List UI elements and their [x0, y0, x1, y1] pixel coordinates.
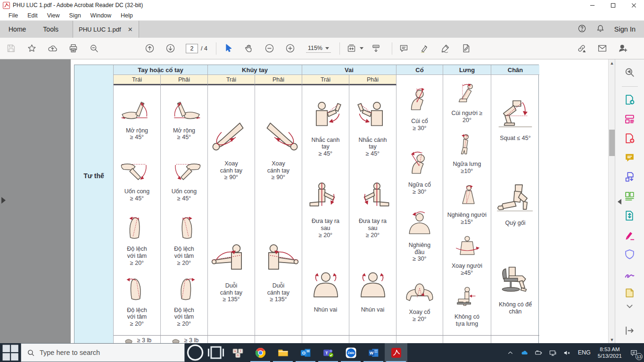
- action-center-button[interactable]: 13: [628, 347, 639, 358]
- expand-left-panel-icon[interactable]: [1, 197, 6, 204]
- fill-and-sign-icon[interactable]: [624, 267, 636, 280]
- tab-document[interactable]: PHU LUC 1.pdf ✕: [73, 21, 139, 38]
- taskbar-app-unikey[interactable]: uin: [226, 343, 249, 362]
- close-tab-icon[interactable]: ✕: [128, 26, 133, 33]
- document-area: Tư thếTay hoặc cổ tayKhủy tayVaiCổLưngCh…: [0, 59, 644, 343]
- hand-tool-icon[interactable]: [244, 43, 254, 54]
- menu-item-view[interactable]: View: [42, 12, 65, 19]
- scroll-up-icon[interactable]: ▲: [609, 59, 615, 66]
- fill-sign-icon[interactable]: [461, 43, 471, 54]
- select-tool-icon[interactable]: [223, 43, 233, 54]
- posture-caption: Mở rộng ≥ 45°: [173, 127, 195, 141]
- no-footrest-illustration: [495, 265, 535, 300]
- squat-illustration: [495, 99, 535, 133]
- export-pdf-icon[interactable]: [624, 93, 636, 106]
- open-tools-pane-icon[interactable]: [624, 324, 636, 337]
- find-tool-icon[interactable]: [624, 66, 636, 78]
- taskbar-search-input[interactable]: Type here to search: [21, 343, 185, 362]
- sub-header-cell: Trái: [302, 75, 349, 85]
- menu-item-file[interactable]: File: [4, 12, 23, 19]
- posture-column-vai-phai: Nhắc cánh tay ≥ 45°Đưa tay ra sau ≥ 20°N…: [349, 85, 396, 336]
- edit-pdf-icon[interactable]: [624, 113, 636, 125]
- menu-item-edit[interactable]: Edit: [23, 12, 42, 19]
- onedrive-icon[interactable]: [520, 349, 528, 357]
- posture-cell: Mở rộng ≥ 45°: [162, 88, 206, 149]
- posture-caption: Duỗi cánh tay ≥ 135°: [220, 282, 242, 303]
- zoom-out-icon[interactable]: [264, 43, 275, 54]
- help-icon[interactable]: [578, 24, 586, 35]
- posture-caption: Duỗi cánh tay ≥ 135°: [267, 282, 289, 303]
- create-pdf-icon[interactable]: [624, 132, 636, 144]
- taskbar-app-outlook[interactable]: O: [294, 343, 317, 362]
- taskbar-app-acrobat[interactable]: [385, 343, 407, 362]
- language-indicator[interactable]: ENG: [577, 349, 592, 356]
- notifications-bell-icon[interactable]: [596, 24, 605, 35]
- protect-icon[interactable]: [624, 248, 636, 260]
- highlight-icon[interactable]: [420, 43, 430, 54]
- zoom-level-dropdown[interactable]: 115%: [306, 44, 331, 53]
- taskbar-app-teams[interactable]: T: [317, 343, 339, 362]
- scrollbar-thumb[interactable]: [609, 130, 615, 156]
- combine-files-icon[interactable]: [624, 171, 636, 183]
- taskbar-app-word[interactable]: W: [362, 343, 385, 362]
- task-view-button[interactable]: [206, 343, 226, 362]
- redact-icon[interactable]: [624, 229, 636, 241]
- posture-cell: Xoay người ≥45°: [444, 230, 490, 281]
- invite-person-icon[interactable]: [618, 43, 628, 54]
- clock[interactable]: 8:53 AM 5/13/2021: [598, 346, 622, 360]
- column-group-header: Tay hoặc cổ tay: [114, 65, 208, 75]
- posture-caption: Không có để chân: [499, 301, 532, 315]
- posture-caption: Nhún vai: [314, 306, 337, 313]
- zoom-in-icon[interactable]: [285, 43, 296, 54]
- tab-home[interactable]: Home: [0, 21, 34, 38]
- share-link-icon[interactable]: [576, 43, 586, 54]
- comment-icon[interactable]: [399, 43, 409, 54]
- page-up-icon[interactable]: [144, 43, 155, 54]
- start-button[interactable]: [0, 343, 21, 362]
- minimize-button[interactable]: [582, 0, 603, 10]
- more-tools-icon[interactable]: [624, 287, 636, 299]
- tab-tools[interactable]: Tools: [34, 21, 67, 38]
- tray-expand-icon[interactable]: [506, 349, 514, 357]
- fit-width-icon[interactable]: [347, 43, 357, 54]
- tab-bar: Home Tools PHU LUC 1.pdf ✕ Sign In: [0, 21, 644, 38]
- more-tools-chevron-icon[interactable]: [624, 300, 636, 313]
- page-down-icon[interactable]: [165, 43, 175, 54]
- network-icon[interactable]: [549, 349, 557, 357]
- email-icon[interactable]: [597, 43, 607, 54]
- sign-pen-icon[interactable]: [440, 43, 451, 54]
- print-icon[interactable]: [68, 43, 78, 54]
- compress-pdf-icon[interactable]: [624, 209, 636, 222]
- posture-caption: Squat ≤ 45°: [500, 135, 530, 142]
- taskbar-app-chrome[interactable]: [249, 343, 272, 362]
- comment-icon[interactable]: [624, 151, 636, 164]
- menu-item-help[interactable]: Help: [116, 12, 138, 19]
- share-cloud-icon[interactable]: [47, 43, 58, 54]
- forearm-rotation-illustration: [211, 117, 252, 159]
- menu-item-window[interactable]: Window: [86, 12, 116, 19]
- organize-pages-icon[interactable]: [624, 190, 636, 202]
- scroll-down-icon[interactable]: ▼: [609, 336, 615, 343]
- reading-mode-icon[interactable]: [371, 43, 381, 54]
- taskbar-app-zalo[interactable]: Zalo: [339, 343, 362, 362]
- collapse-tools-panel-icon[interactable]: [618, 199, 621, 205]
- sign-in-button[interactable]: Sign In: [614, 25, 636, 33]
- posture-cell: Duỗi cánh tay ≥ 135°: [256, 210, 301, 332]
- page-number-input[interactable]: 2: [186, 44, 198, 53]
- notification-badge: 13: [636, 353, 643, 360]
- menu-item-sign[interactable]: Sign: [65, 12, 86, 19]
- maximize-button[interactable]: [603, 0, 623, 10]
- chevron-down-icon[interactable]: [360, 47, 363, 49]
- posture-caption: Xoay cánh tay ≥ 90°: [267, 160, 289, 181]
- volume-muted-icon[interactable]: [563, 349, 571, 357]
- save-icon[interactable]: [6, 43, 16, 54]
- find-icon[interactable]: [89, 43, 99, 54]
- cortana-button[interactable]: [185, 343, 206, 362]
- pdf-page[interactable]: Tư thếTay hoặc cổ tayKhủy tayVaiCổLưngCh…: [71, 59, 608, 343]
- close-button[interactable]: [623, 0, 644, 10]
- vertical-scrollbar[interactable]: ▲ ▼: [608, 59, 615, 343]
- posture-caption: Nghiêng đầu ≥ 30°: [409, 242, 431, 263]
- favorite-star-icon[interactable]: [26, 43, 37, 54]
- battery-icon[interactable]: [535, 349, 543, 357]
- taskbar-app-file-explorer[interactable]: [272, 343, 294, 362]
